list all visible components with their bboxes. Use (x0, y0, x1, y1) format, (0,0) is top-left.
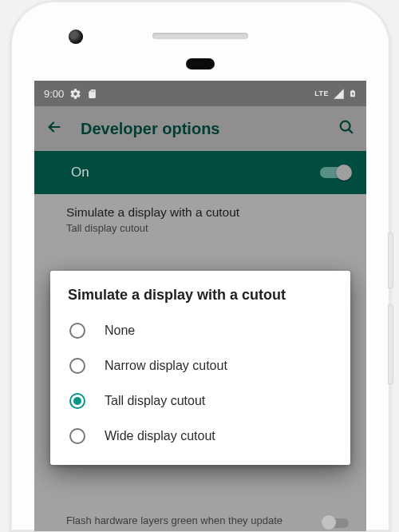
radio-icon (69, 323, 85, 339)
dialog-option-label: Tall display cutout (105, 394, 205, 408)
dialog-option[interactable]: Wide display cutout (68, 419, 333, 454)
dialog-option-label: Wide display cutout (105, 429, 215, 443)
front-camera-icon (69, 30, 83, 44)
radio-icon (69, 393, 85, 409)
radio-icon (69, 358, 85, 374)
dialog-option[interactable]: Tall display cutout (68, 383, 333, 419)
dialog-option-label: Narrow display cutout (105, 359, 227, 373)
dialog-option-label: None (105, 324, 135, 338)
cutout-dialog: Simulate a display with a cutout NoneNar… (50, 271, 350, 465)
dialog-title: Simulate a display with a cutout (68, 287, 333, 304)
dialog-option[interactable]: Narrow display cutout (68, 348, 333, 383)
dialog-options: NoneNarrow display cutoutTall display cu… (68, 313, 333, 454)
dialog-option[interactable]: None (68, 313, 333, 348)
hardware-side-button (388, 304, 393, 384)
device-screen: 9:00 LTE D (34, 81, 366, 531)
hardware-side-button (388, 232, 393, 288)
phone-frame: 9:00 LTE D (10, 0, 391, 532)
radio-icon (69, 428, 85, 444)
proximity-sensor-icon (186, 58, 215, 69)
earpiece-speaker-icon (152, 33, 248, 39)
